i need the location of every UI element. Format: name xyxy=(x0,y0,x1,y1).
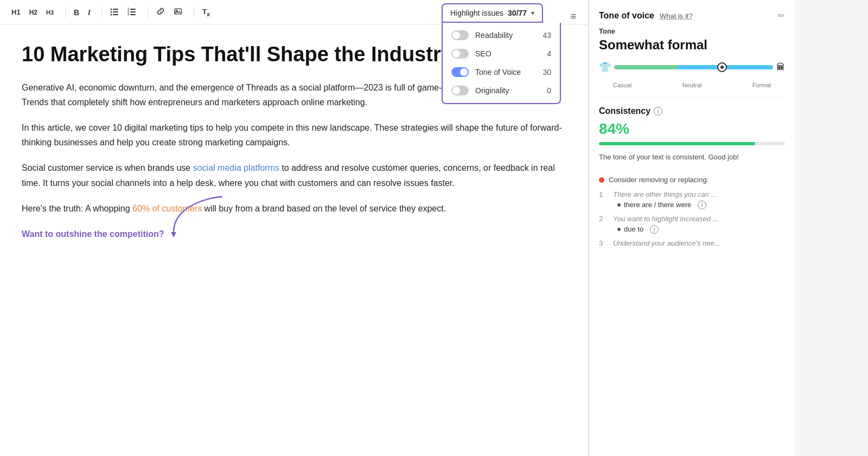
svg-point-2 xyxy=(111,11,112,13)
tone-scale-labels: Casual Neutral Formal xyxy=(599,82,785,88)
svg-rect-11 xyxy=(130,14,136,15)
svg-text:3.: 3. xyxy=(127,12,130,16)
dropdown-item-originality[interactable]: Originality 0 xyxy=(443,81,560,100)
issue-info-icon-1[interactable]: i xyxy=(698,201,706,209)
edit-icon[interactable]: ✏ xyxy=(778,11,785,21)
consistency-section-header: Consistency i xyxy=(599,106,785,116)
issue-item-1: 1 There are other things you can ... the… xyxy=(599,190,785,209)
sub-dot-1 xyxy=(617,203,621,207)
highlight-count: 30/77 xyxy=(508,9,527,17)
heading-group: H1 H2 H3 xyxy=(8,5,58,19)
dropdown-menu: Readability 43 SEO 4 Tone of Voice 30 xyxy=(442,23,561,104)
dropdown-item-readability[interactable]: Readability 43 xyxy=(443,26,560,44)
issue-num-3: 3 xyxy=(599,239,608,247)
consistency-description: The tone of your text is consistent. Goo… xyxy=(599,152,785,163)
tone-label: Tone xyxy=(599,27,785,35)
readability-toggle[interactable] xyxy=(451,30,469,40)
svg-marker-14 xyxy=(171,232,176,237)
link-button[interactable] xyxy=(152,4,169,20)
consistency-info-icon[interactable]: i xyxy=(654,107,662,115)
svg-rect-1 xyxy=(113,9,118,10)
remove-replacing-bullet: Consider removing or replacing: xyxy=(599,176,785,184)
issue-info-icon-2[interactable]: i xyxy=(650,225,659,234)
formal-label: Formal xyxy=(752,82,771,88)
issue-sub-2: due to i xyxy=(613,225,785,234)
consistency-bar-fill xyxy=(599,142,755,145)
highlight-dropdown: Highlight issues 30/77 ▾ Readability 43 … xyxy=(442,3,561,104)
originality-label: Originality xyxy=(475,86,540,95)
consistency-title: Consistency xyxy=(599,106,650,116)
issues-section: Consider removing or replacing: 1 There … xyxy=(599,176,785,255)
svg-rect-3 xyxy=(113,11,118,12)
tone-scale-row: 👕 🏛 xyxy=(599,61,785,73)
article-body: Generative AI, economic downturn, and th… xyxy=(22,80,566,242)
consistency-value: 84% xyxy=(599,120,785,138)
tone-label: Tone of Voice xyxy=(475,68,536,76)
issue-content-1: There are other things you can ... there… xyxy=(613,190,785,209)
issue-item-3: 3 Understand your audience's nee... xyxy=(599,239,785,249)
casual-icon: 👕 xyxy=(599,61,611,73)
image-button[interactable] xyxy=(170,4,186,20)
issue-sub-label-1: there are / there were xyxy=(624,201,691,209)
highlight-issues-button[interactable]: Highlight issues 30/77 ▾ xyxy=(442,3,543,23)
originality-count: 0 xyxy=(547,86,551,95)
tone-toggle[interactable] xyxy=(451,67,469,77)
issue-content-2: You want to highlight increased ... due … xyxy=(613,215,785,234)
social-media-link[interactable]: social media platforms xyxy=(193,163,279,172)
red-dot-icon xyxy=(599,177,604,183)
svg-point-0 xyxy=(111,9,112,10)
cta-text: Want to outshine the competition? xyxy=(22,229,164,239)
h3-button[interactable]: H3 xyxy=(42,7,58,18)
issue-quote-1[interactable]: There are other things you can ... xyxy=(613,190,785,198)
clear-format-button[interactable]: Tx xyxy=(199,5,214,20)
chevron-down-icon: ▾ xyxy=(531,9,534,17)
tone-scale xyxy=(614,65,773,69)
tone-section-header: Tone of voice What is it? ✏ xyxy=(599,11,785,21)
issue-quote-2[interactable]: You want to highlight increased ... xyxy=(613,215,785,223)
tone-scale-bar xyxy=(614,65,773,69)
bullet-list-button[interactable] xyxy=(106,4,123,20)
formal-icon: 🏛 xyxy=(776,62,785,72)
svg-rect-9 xyxy=(130,11,136,12)
insert-group xyxy=(152,4,186,20)
issue-item-2: 2 You want to highlight increased ... du… xyxy=(599,215,785,234)
right-panel: Tone of voice What is it? ✏ Tone Somewha… xyxy=(589,0,795,456)
bold-button[interactable]: B xyxy=(70,5,83,20)
tone-section-title: Tone of voice xyxy=(599,11,654,21)
tone-value: Somewhat formal xyxy=(599,37,785,53)
panel-divider-1 xyxy=(599,97,785,98)
issue-num-2: 2 xyxy=(599,215,608,223)
seo-toggle[interactable] xyxy=(451,49,469,59)
format-group: B I xyxy=(70,5,94,20)
tone-count: 30 xyxy=(542,68,551,76)
issue-sub-label-2: due to xyxy=(624,225,643,233)
remove-replacing-label: Consider removing or replacing: xyxy=(609,176,709,184)
originality-toggle[interactable] xyxy=(451,86,469,95)
svg-point-4 xyxy=(111,14,112,16)
toolbar: H1 H2 H3 B I 1. xyxy=(0,0,588,25)
issue-quote-3[interactable]: Understand your audience's nee... xyxy=(613,239,785,247)
numbered-issues: 1 There are other things you can ... the… xyxy=(599,190,785,249)
divider-4 xyxy=(194,7,194,18)
seo-label: SEO xyxy=(475,49,540,58)
consistency-bar-bg xyxy=(599,142,785,145)
paragraph-5: Want to outshine the competition? xyxy=(22,227,566,241)
neutral-label: Neutral xyxy=(682,82,701,88)
editor-container: H1 H2 H3 B I 1. xyxy=(0,0,589,456)
list-group: 1. 2. 3. xyxy=(106,4,140,20)
issue-content-3: Understand your audience's nee... xyxy=(613,239,785,249)
what-is-it-link[interactable]: What is it? xyxy=(660,12,693,20)
numbered-list-button[interactable]: 1. 2. 3. xyxy=(124,4,140,20)
svg-rect-12 xyxy=(175,9,182,14)
divider-3 xyxy=(148,7,148,18)
dropdown-item-seo[interactable]: SEO 4 xyxy=(443,44,560,63)
h1-button[interactable]: H1 xyxy=(8,5,24,19)
tone-marker xyxy=(717,62,727,72)
casual-label: Casual xyxy=(613,82,631,88)
issue-num-1: 1 xyxy=(599,190,608,198)
dropdown-item-tone[interactable]: Tone of Voice 30 xyxy=(443,63,560,81)
italic-button[interactable]: I xyxy=(84,5,94,20)
issue-sub-1: there are / there were i xyxy=(613,201,785,209)
menu-button[interactable]: ≡ xyxy=(566,7,580,27)
h2-button[interactable]: H2 xyxy=(25,6,41,19)
